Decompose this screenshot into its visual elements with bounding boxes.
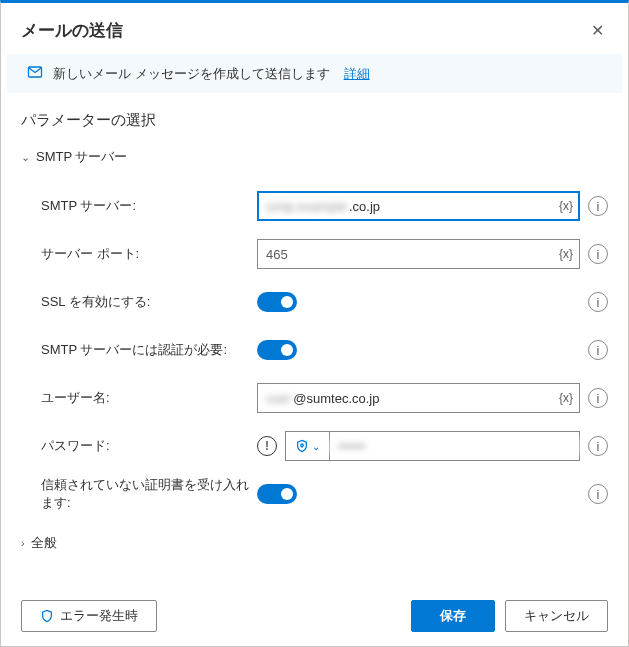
parameters-section-title: パラメーターの選択 [1,107,628,144]
shield-icon [295,439,309,453]
username-label: ユーザー名: [21,389,257,407]
mail-icon [27,64,43,83]
trust-cert-label: 信頼されていない証明書を受け入れます: [21,476,257,512]
chevron-right-icon: › [21,537,25,549]
warning-icon[interactable]: ! [257,436,277,456]
info-icon[interactable]: i [588,340,608,360]
server-port-label: サーバー ポート: [21,245,257,263]
svg-point-1 [301,444,304,447]
info-icon[interactable]: i [588,292,608,312]
info-banner: 新しいメール メッセージを作成して送信します 詳細 [7,54,622,93]
info-details-link[interactable]: 詳細 [344,65,370,83]
info-icon[interactable]: i [588,436,608,456]
fx-badge[interactable]: {x} [559,391,573,405]
username-input[interactable]: user@sumtec.co.jp {x} [257,383,580,413]
general-group-header[interactable]: › 全般 [1,530,628,556]
chevron-down-icon: ⌄ [312,441,320,452]
general-group-label: 全般 [31,534,57,552]
save-button[interactable]: 保存 [411,600,495,632]
password-field[interactable] [330,439,579,454]
server-port-input[interactable]: {x} [257,239,580,269]
on-error-button[interactable]: エラー発生時 [21,600,157,632]
info-icon[interactable]: i [588,196,608,216]
smtp-group-label: SMTP サーバー [36,148,128,166]
dialog-title: メールの送信 [21,19,123,42]
info-icon[interactable]: i [588,484,608,504]
close-button[interactable]: ✕ [587,17,608,44]
close-icon: ✕ [591,22,604,39]
ssl-enable-label: SSL を有効にする: [21,293,257,311]
fx-badge[interactable]: {x} [559,247,573,261]
info-icon[interactable]: i [588,388,608,408]
smtp-server-label: SMTP サーバー: [21,197,257,215]
password-label: パスワード: [21,437,257,455]
server-port-field[interactable] [266,247,549,262]
smtp-auth-toggle[interactable] [257,340,297,360]
info-text: 新しいメール メッセージを作成して送信します [53,65,330,83]
password-type-dropdown[interactable]: ⌄ [286,432,330,460]
info-icon[interactable]: i [588,244,608,264]
smtp-server-input[interactable]: smtp.example.co.jp {x} [257,191,580,221]
smtp-group-header[interactable]: ⌄ SMTP サーバー [1,144,628,176]
fx-badge[interactable]: {x} [559,199,573,213]
trust-cert-toggle[interactable] [257,484,297,504]
shield-outline-icon [40,609,54,623]
smtp-auth-label: SMTP サーバーには認証が必要: [21,341,257,359]
cancel-button[interactable]: キャンセル [505,600,608,632]
ssl-enable-toggle[interactable] [257,292,297,312]
chevron-down-icon: ⌄ [21,151,30,164]
